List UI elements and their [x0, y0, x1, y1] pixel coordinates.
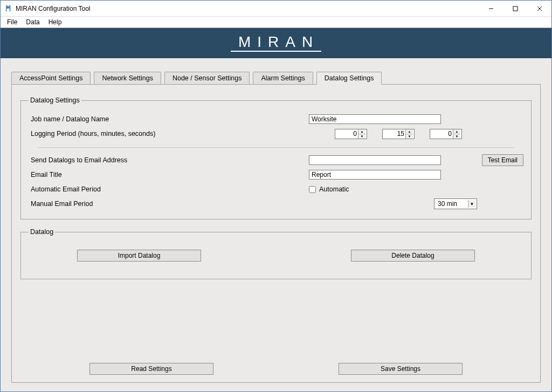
tab-accesspoint-settings[interactable]: AccessPoint Settings: [11, 72, 91, 85]
logging-period-seconds-input[interactable]: [430, 129, 453, 139]
logging-period-hours[interactable]: ▲▼: [335, 129, 367, 139]
titlebar: MIRAN Configuration Tool: [1, 1, 551, 17]
read-settings-button[interactable]: Read Settings: [89, 363, 213, 375]
tab-page-datalog: Datalog Settings Job name / Datalog Name…: [11, 84, 541, 383]
app-icon: [5, 5, 12, 12]
client-area: MIRAN AccessPoint Settings Network Setti…: [1, 27, 551, 391]
group-datalog-settings-legend: Datalog Settings: [29, 97, 81, 104]
auto-email-checkbox-wrap[interactable]: Automatic: [309, 185, 349, 193]
menu-help[interactable]: Help: [45, 17, 65, 27]
logging-period-label: Logging Period (hours, minutes, seconds): [29, 130, 309, 137]
chevron-down-icon: ▼: [468, 200, 475, 208]
minimize-button[interactable]: [479, 1, 503, 16]
window-root: MIRAN Configuration Tool File Data Help …: [0, 0, 552, 392]
menu-file[interactable]: File: [4, 17, 20, 27]
logging-period-minutes[interactable]: ▲▼: [382, 129, 415, 139]
job-name-label: Job name / Datalog Name: [29, 115, 309, 123]
logging-period-hours-input[interactable]: [335, 129, 358, 139]
tab-datalog-settings[interactable]: Datalog Settings: [316, 72, 382, 85]
tab-network-settings[interactable]: Network Settings: [94, 72, 161, 85]
test-email-button[interactable]: Test Email: [482, 154, 523, 166]
menu-data[interactable]: Data: [23, 17, 43, 27]
menubar: File Data Help: [1, 17, 551, 27]
spinner-arrows-icon[interactable]: ▲▼: [358, 129, 365, 139]
tab-row: AccessPoint Settings Network Settings No…: [11, 71, 541, 84]
job-name-input[interactable]: [309, 114, 441, 124]
manual-email-select[interactable]: 30 min ▼: [434, 198, 477, 209]
bottom-button-row: Read Settings Save Settings: [19, 359, 533, 375]
save-settings-button[interactable]: Save Settings: [339, 363, 463, 375]
separator: [38, 147, 514, 148]
auto-email-label: Automatic Email Period: [29, 185, 309, 193]
manual-email-value: 30 min: [438, 200, 457, 208]
manual-email-label: Manual Email Period: [29, 200, 309, 208]
logging-period-minutes-input[interactable]: [383, 129, 405, 139]
send-email-label: Send Datalogs to Email Address: [29, 156, 309, 164]
group-datalog: Datalog Import Datalog Delete Datalog: [20, 228, 532, 279]
window-title: MIRAN Configuration Tool: [16, 5, 479, 12]
banner: MIRAN: [1, 28, 551, 58]
window-controls: [479, 1, 551, 16]
email-title-input[interactable]: [309, 170, 441, 180]
spinner-arrows-icon[interactable]: ▲▼: [453, 129, 460, 139]
email-title-label: Email Title: [29, 171, 309, 178]
auto-email-checkbox[interactable]: [309, 186, 316, 193]
send-email-input[interactable]: [309, 155, 441, 165]
logging-period-seconds[interactable]: ▲▼: [430, 129, 462, 139]
group-datalog-legend: Datalog: [29, 228, 55, 236]
svg-rect-1: [513, 6, 518, 11]
close-button[interactable]: [527, 1, 551, 16]
tab-node-sensor-settings[interactable]: Node / Sensor Settings: [164, 72, 250, 85]
group-datalog-settings: Datalog Settings Job name / Datalog Name…: [20, 97, 532, 219]
delete-datalog-button[interactable]: Delete Datalog: [351, 250, 475, 262]
spinner-arrows-icon[interactable]: ▲▼: [405, 129, 413, 139]
auto-email-check-label: Automatic: [319, 185, 349, 193]
logo-text: MIRAN: [231, 35, 321, 52]
tab-alarm-settings[interactable]: Alarm Settings: [253, 72, 313, 85]
content: AccessPoint Settings Network Settings No…: [1, 58, 551, 391]
import-datalog-button[interactable]: Import Datalog: [77, 250, 201, 262]
maximize-button[interactable]: [503, 1, 527, 16]
